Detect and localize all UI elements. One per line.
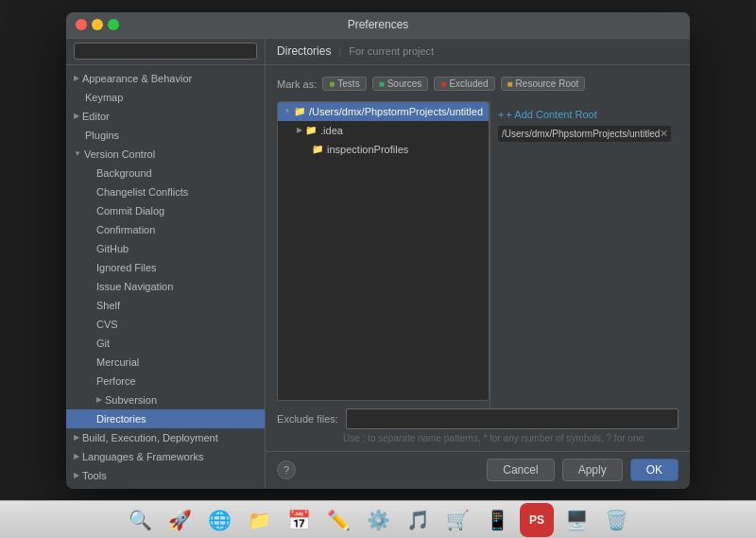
dock-notes[interactable]: ✏️ [321, 503, 355, 537]
dock-trash[interactable]: 🗑️ [599, 503, 633, 537]
directory-tree-section: ▼ 📁 /Users/dmx/PhpstormProjects/untitled… [277, 101, 490, 408]
sidebar-item-label: Commit Dialog [96, 205, 164, 217]
nav-tree: ▶ Appearance & Behavior Keymap ▶ Editor [66, 65, 265, 489]
remove-content-root-button[interactable]: ✕ [660, 128, 668, 140]
sidebar-item-label: Changelist Conflicts [96, 186, 188, 198]
sidebar-item-vcs[interactable]: ▼ Version Control [66, 145, 265, 164]
sidebar-item-mercurial[interactable]: Mercurial [66, 353, 265, 372]
minimize-button[interactable] [92, 19, 103, 30]
sidebar-item-label: Ignored Files [96, 262, 157, 273]
dialog-title: Preferences [348, 18, 409, 31]
dock-facetime[interactable]: 📱 [480, 503, 514, 537]
sidebar-item-ignored-files[interactable]: Ignored Files [66, 258, 265, 277]
dock-safari[interactable]: 🌐 [202, 503, 236, 537]
sources-label: Sources [387, 78, 422, 89]
sidebar-item-editor[interactable]: ▶ Editor [66, 107, 265, 126]
content-root-section: + + Add Content Root /Users/dmx/Phpstorm… [490, 101, 679, 408]
sidebar-item-perforce[interactable]: Perforce [66, 372, 265, 390]
sidebar-item-keymap[interactable]: Keymap [66, 88, 265, 107]
panel-header: Directories | For current project [266, 39, 690, 65]
sidebar-item-git[interactable]: Git [66, 334, 265, 353]
sidebar-item-subversion[interactable]: ▶ Subversion [66, 390, 265, 409]
dock: 🔍 🚀 🌐 📁 📅 ✏️ ⚙️ 🎵 🛒 📱 PS 🖥️ 🗑️ [0, 500, 756, 538]
panel-separator: | [338, 45, 341, 57]
folder-icon: 📁 [312, 144, 323, 154]
exclude-files-row: Exclude files: [277, 408, 679, 429]
tree-row-label: .idea [320, 125, 343, 136]
sidebar-item-label: Mercurial [96, 356, 139, 368]
tree-expand-arrow-icon: ▶ [297, 126, 302, 134]
close-button[interactable] [76, 19, 87, 30]
sidebar-item-label: Languages & Frameworks [82, 451, 203, 462]
sidebar-item-label: Perforce [96, 375, 136, 387]
mark-tests-button[interactable]: ■ Tests [322, 77, 366, 91]
tree-row[interactable]: 📁 inspectionProfiles [278, 140, 489, 159]
mark-as-label: Mark as: [277, 78, 317, 90]
tree-row[interactable]: ▼ 📁 /Users/dmx/PhpstormProjects/untitled [278, 102, 489, 121]
sidebar-item-label: Directories [96, 413, 146, 425]
mark-excluded-button[interactable]: ■ Excluded [434, 77, 494, 91]
sidebar-item-changelist[interactable]: Changelist Conflicts [66, 182, 265, 201]
panel-content: Mark as: ■ Tests ■ Sources ■ Excluded [266, 65, 690, 451]
sidebar-item-cvs[interactable]: CVS [66, 315, 265, 334]
dock-music[interactable]: 🎵 [401, 503, 435, 537]
sidebar-item-shelf[interactable]: Shelf [66, 296, 265, 315]
mark-sources-button[interactable]: ■ Sources [372, 77, 429, 91]
expand-arrow-icon: ▶ [96, 395, 102, 404]
nav-search-bar [66, 39, 265, 65]
expand-arrow-icon: ▶ [74, 433, 79, 442]
dock-terminal[interactable]: 🖥️ [559, 503, 593, 537]
tree-row-label: /Users/dmx/PhpstormProjects/untitled [309, 106, 483, 117]
sidebar-item-appearance[interactable]: ▶ Appearance & Behavior [66, 69, 265, 88]
help-button[interactable]: ? [277, 460, 296, 479]
sidebar-item-background[interactable]: Background [66, 164, 265, 182]
sidebar-item-tools[interactable]: ▶ Tools [66, 466, 265, 485]
sidebar-item-plugins[interactable]: Plugins [66, 126, 265, 145]
dock-phpstorm[interactable]: PS [520, 503, 554, 537]
expand-arrow-icon: ▶ [74, 471, 79, 479]
sidebar-item-commit-dialog[interactable]: Commit Dialog [66, 201, 265, 220]
sidebar-item-label: Version Control [84, 148, 155, 160]
sidebar-item-label: Confirmation [96, 224, 155, 235]
dock-launchpad[interactable]: 🚀 [163, 503, 197, 537]
sidebar-item-confirmation[interactable]: Confirmation [66, 220, 265, 239]
split-content: ▼ 📁 /Users/dmx/PhpstormProjects/untitled… [277, 101, 679, 408]
tests-label: Tests [337, 78, 359, 89]
resource-color-dot: ■ [507, 78, 513, 89]
sidebar-item-languages[interactable]: ▶ Languages & Frameworks [66, 447, 265, 466]
sidebar-item-label: Git [96, 338, 110, 349]
folder-icon: 📁 [305, 125, 317, 135]
dock-calendar[interactable]: 📅 [282, 503, 316, 537]
panel-subtitle: For current project [349, 45, 434, 57]
sidebar-item-label: CVS [96, 319, 118, 330]
maximize-button[interactable] [108, 19, 119, 30]
dock-settings[interactable]: ⚙️ [361, 503, 395, 537]
sidebar-item-issue-nav[interactable]: Issue Navigation [66, 277, 265, 296]
tree-expand-arrow-icon: ▼ [284, 107, 291, 115]
tests-color-dot: ■ [329, 78, 335, 89]
add-content-root-button[interactable]: + + Add Content Root [498, 107, 671, 122]
excluded-color-dot: ■ [440, 78, 446, 89]
sidebar-item-label: Editor [82, 111, 110, 122]
sidebar-item-label: Build, Execution, Deployment [82, 432, 218, 443]
ok-button[interactable]: OK [630, 459, 679, 481]
sidebar-item-label: Plugins [85, 130, 119, 141]
plus-icon: + [498, 109, 504, 120]
mark-as-bar: Mark as: ■ Tests ■ Sources ■ Excluded [277, 73, 679, 95]
sidebar-item-github[interactable]: GitHub [66, 239, 265, 258]
tree-row[interactable]: ▶ 📁 .idea [278, 121, 489, 140]
mark-resource-button[interactable]: ■ Resource Root [501, 77, 586, 91]
dock-appstore[interactable]: 🛒 [440, 503, 474, 537]
exclude-files-input[interactable] [346, 408, 679, 429]
dialog-body: ▶ Appearance & Behavior Keymap ▶ Editor [66, 39, 690, 489]
dock-finder2[interactable]: 📁 [242, 503, 276, 537]
cancel-button[interactable]: Cancel [487, 459, 554, 481]
nav-search-input[interactable] [74, 43, 257, 60]
apply-button[interactable]: Apply [562, 459, 623, 481]
sidebar-item-directories[interactable]: Directories [66, 409, 265, 428]
content-root-path: /Users/dmx/PhpstormProjects/untitled [502, 129, 660, 139]
preferences-panel: Directories | For current project Mark a… [266, 39, 690, 489]
directory-tree[interactable]: ▼ 📁 /Users/dmx/PhpstormProjects/untitled… [277, 101, 490, 401]
sidebar-item-build[interactable]: ▶ Build, Execution, Deployment [66, 428, 265, 447]
dock-finder[interactable]: 🔍 [123, 503, 157, 537]
